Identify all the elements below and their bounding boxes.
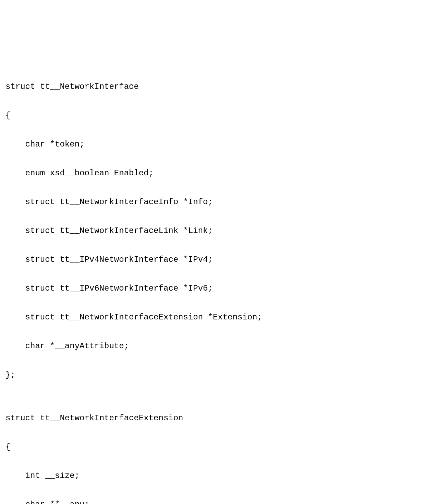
code-line: struct tt__IPv6NetworkInterface *IPv6; [5,281,420,296]
code-line: struct tt__NetworkInterfaceLink *Link; [5,224,420,238]
code-line: char **__any; [5,497,420,504]
code-line: struct tt__IPv4NetworkInterface *IPv4; [5,253,420,267]
code-line: struct tt__NetworkInterfaceExtension *Ex… [5,310,420,325]
code-block: struct tt__NetworkInterface { char *toke… [5,65,420,504]
code-line: int __size; [5,469,420,483]
code-line: char *token; [5,137,420,152]
code-line: char *__anyAttribute; [5,339,420,353]
code-line: enum xsd__boolean Enabled; [5,166,420,180]
code-line: { [5,108,420,123]
code-line: struct tt__NetworkInterface [5,80,420,94]
code-line: { [5,440,420,454]
code-line: struct tt__NetworkInterfaceExtension [5,411,420,425]
code-line: struct tt__NetworkInterfaceInfo *Info; [5,195,420,209]
code-line: }; [5,368,420,382]
